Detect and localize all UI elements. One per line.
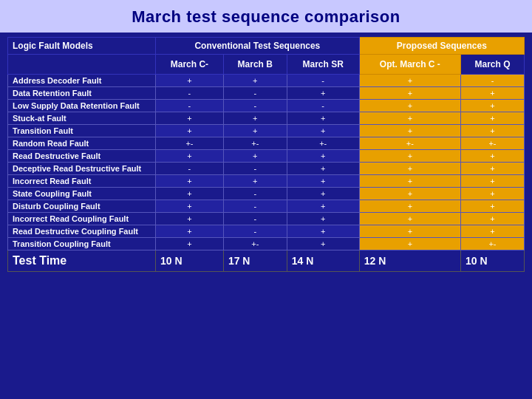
col-header-march-sr: March SR <box>287 55 359 75</box>
proposed-header: Proposed Sequences <box>359 38 524 55</box>
row-cell: + <box>156 150 224 163</box>
row-cell: + <box>359 112 460 125</box>
test-time-cell: 14 N <box>287 250 359 272</box>
row-cell: + <box>156 200 224 213</box>
test-time-cell: 12 N <box>359 250 460 272</box>
table-row: Data Retention Fault--+++ <box>8 87 525 100</box>
row-cell: + <box>287 125 359 137</box>
row-label: Read Destructive Fault <box>8 150 156 163</box>
row-label: Incorrect Read Fault <box>8 175 156 188</box>
row-cell: + <box>223 75 287 87</box>
row-cell: + <box>223 125 287 137</box>
row-cell: + <box>460 175 524 188</box>
row-cell: - <box>287 100 359 112</box>
header-row-2: March C- March B March SR Opt. March C -… <box>8 55 525 75</box>
row-cell: + <box>287 200 359 213</box>
conventional-header: Conventional Test Sequences <box>156 38 360 55</box>
row-cell: - <box>223 225 287 238</box>
row-cell: - <box>287 75 359 87</box>
row-cell: - <box>223 200 287 213</box>
row-label: Deceptive Read Destructive Fault <box>8 163 156 175</box>
row-cell: + <box>287 188 359 200</box>
row-cell: + <box>359 125 460 137</box>
table-row: Stuck-at Fault+++++ <box>8 112 525 125</box>
row-cell: + <box>460 213 524 225</box>
row-cell: + <box>156 188 224 200</box>
row-cell: + <box>359 238 460 250</box>
row-cell: + <box>287 150 359 163</box>
comparison-table-wrapper: Logic Fault Models Conventional Test Seq… <box>7 37 525 272</box>
row-label: Low Supply Data Retention Fault <box>8 100 156 112</box>
row-cell: + <box>359 87 460 100</box>
row-cell: + <box>223 175 287 188</box>
row-cell: + <box>287 87 359 100</box>
col-header-march-b: March B <box>223 55 287 75</box>
table-row: Incorrect Read Fault+++++ <box>8 175 525 188</box>
row-label: Incorrect Read Coupling Fault <box>8 213 156 225</box>
table-row: Transition Coupling Fault++-+++- <box>8 238 525 250</box>
table-body: Address Decoder Fault++-+-Data Retention… <box>8 75 525 272</box>
page-title: March test sequence comparison <box>0 0 532 33</box>
row-cell: - <box>223 87 287 100</box>
row-cell: +- <box>156 137 224 150</box>
row-cell: +- <box>223 137 287 150</box>
row-cell: - <box>156 163 224 175</box>
row-cell: + <box>460 100 524 112</box>
row-label: Transition Fault <box>8 125 156 137</box>
row-cell: + <box>287 238 359 250</box>
table-row: State Coupling Fault+-+++ <box>8 188 525 200</box>
row-cell: + <box>359 213 460 225</box>
test-time-row: Test Time10 N17 N14 N12 N10 N <box>8 250 525 272</box>
table-row: Read Destructive Fault+++++ <box>8 150 525 163</box>
table-row: Deceptive Read Destructive Fault--+++ <box>8 163 525 175</box>
row-cell: +- <box>223 238 287 250</box>
row-cell: + <box>156 125 224 137</box>
col-header-opt-march-c: Opt. March C - <box>359 55 460 75</box>
col-header-empty <box>8 55 156 75</box>
row-cell: + <box>460 87 524 100</box>
row-cell: +- <box>359 137 460 150</box>
row-cell: + <box>359 163 460 175</box>
row-cell: - <box>460 75 524 87</box>
row-cell: + <box>223 150 287 163</box>
test-time-label: Test Time <box>8 250 156 272</box>
row-label: Read Destructive Coupling Fault <box>8 225 156 238</box>
col-header-march-c: March C- <box>156 55 224 75</box>
row-cell: + <box>359 225 460 238</box>
table-row: Low Supply Data Retention Fault---++ <box>8 100 525 112</box>
row-cell: + <box>460 112 524 125</box>
row-cell: + <box>359 75 460 87</box>
table-row: Transition Fault+++++ <box>8 125 525 137</box>
row-cell: + <box>156 75 224 87</box>
table-row: Read Destructive Coupling Fault+-+++ <box>8 225 525 238</box>
row-cell: - <box>223 188 287 200</box>
table-row: Incorrect Read Coupling Fault+-+++ <box>8 213 525 225</box>
row-cell: + <box>156 213 224 225</box>
row-cell: + <box>287 175 359 188</box>
row-cell: + <box>460 200 524 213</box>
row-cell: + <box>460 125 524 137</box>
row-label: Address Decoder Fault <box>8 75 156 87</box>
row-cell: + <box>287 112 359 125</box>
comparison-table: Logic Fault Models Conventional Test Seq… <box>7 37 525 272</box>
col-header-march-q: March Q <box>460 55 524 75</box>
row-label: Disturb Coupling Fault <box>8 200 156 213</box>
row-cell: + <box>359 100 460 112</box>
row-cell: + <box>460 150 524 163</box>
row-cell: + <box>460 188 524 200</box>
row-cell: + <box>223 112 287 125</box>
row-cell: + <box>156 238 224 250</box>
row-cell: +- <box>460 137 524 150</box>
row-cell: - <box>156 87 224 100</box>
row-label: Random Read Fault <box>8 137 156 150</box>
row-cell: +- <box>460 238 524 250</box>
table-row: Random Read Fault+-+-+-+-+- <box>8 137 525 150</box>
row-cell: +- <box>287 137 359 150</box>
test-time-cell: 17 N <box>223 250 287 272</box>
row-label: State Coupling Fault <box>8 188 156 200</box>
row-cell: + <box>156 225 224 238</box>
row-label: Stuck-at Fault <box>8 112 156 125</box>
row-cell: + <box>287 213 359 225</box>
row-cell: - <box>223 100 287 112</box>
row-cell: + <box>287 225 359 238</box>
